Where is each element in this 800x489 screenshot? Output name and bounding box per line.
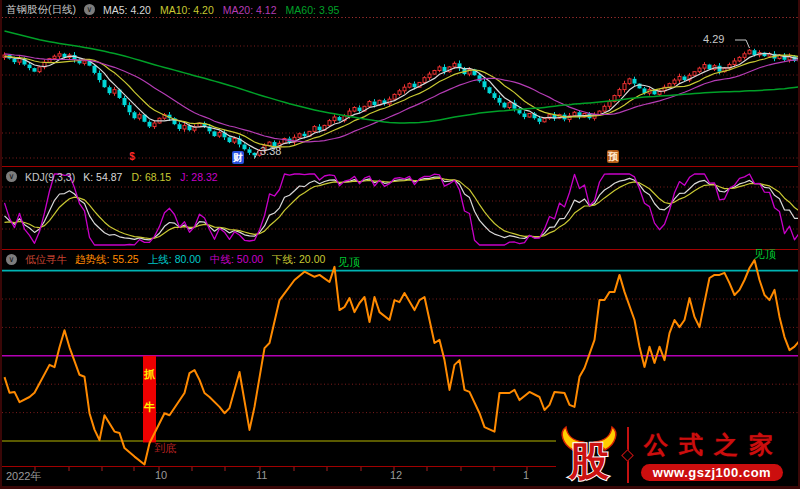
emblem-character: 股 — [568, 439, 609, 484]
kdj-panel[interactable] — [5, 174, 800, 245]
sell-top-label-2: 见顶 — [754, 247, 776, 262]
ma-items-1: MA10:4.20 — [160, 4, 214, 16]
sell-top-label-1: 见顶 — [338, 255, 360, 270]
j-line — [5, 174, 800, 245]
axis-label-1: 10 — [155, 469, 167, 481]
ind-items-0: 趋势线:55.25 — [75, 253, 139, 267]
diamond-icon — [621, 449, 634, 462]
catch-bull-signal-label: 抓牛 — [143, 358, 157, 424]
bull-stock-emblem: 股 — [556, 423, 622, 487]
event-badge-icon[interactable]: 财 — [232, 151, 244, 164]
site-watermark: 股 公式之家 www.gszj100.com — [556, 422, 800, 487]
kdj-items-1: D:68.15 — [131, 171, 171, 183]
ma-values-group: MA5:4.20MA10:4.20MA20:4.12MA60:3.95 — [103, 4, 339, 16]
stock-title: 首钢股份(日线) — [6, 3, 76, 17]
kdj-title: KDJ(9,3,3) — [25, 171, 75, 183]
axis-label-0: 2022年 — [6, 469, 41, 484]
ma-items-2: MA20:4.12 — [223, 4, 277, 16]
collapse-chevron-icon[interactable]: ∨ — [6, 171, 17, 182]
kdj-values-group: K:54.87D:68.15J:28.32 — [83, 171, 217, 183]
stock-app-window: 首钢股份(日线) ∨ MA5:4.20MA10:4.20MA20:4.12MA6… — [0, 0, 800, 489]
kdj-panel-header: ∨ KDJ(9,3,3) K:54.87D:68.15J:28.32 — [6, 169, 218, 184]
kdj-items-2: J:28.32 — [180, 171, 217, 183]
high-price-label: 4.29 — [703, 33, 724, 45]
low-price-label: 3.38 — [260, 145, 281, 157]
price-panel-header: 首钢股份(日线) ∨ MA5:4.20MA10:4.20MA20:4.12MA6… — [6, 2, 339, 17]
event-badge-icon[interactable]: $ — [126, 150, 138, 163]
high-label-connector — [735, 40, 750, 48]
indicator-panel-header: ∨ 低位寻牛 趋势线:55.25上线:80.00中线:50.00下线:20.00 — [6, 252, 325, 267]
chart-canvas[interactable] — [2, 0, 800, 489]
event-badge-icon[interactable]: 预 — [607, 150, 619, 163]
collapse-chevron-icon[interactable]: ∨ — [6, 254, 17, 265]
collapse-chevron-icon[interactable]: ∨ — [84, 4, 95, 15]
ma-items-3: MA60:3.95 — [286, 4, 340, 16]
kdj-items-0: K:54.87 — [83, 171, 122, 183]
axis-label-4: 1 — [523, 469, 529, 481]
reach-bottom-label: 到底 — [154, 441, 176, 456]
site-url-badge: www.gszj100.com — [641, 464, 783, 481]
site-name: 公式之家 — [640, 429, 784, 461]
axis-label-3: 12 — [390, 469, 402, 481]
ma-items-0: MA5:4.20 — [103, 4, 151, 16]
logo-divider — [627, 427, 629, 483]
panel-separators — [2, 18, 800, 467]
indicator-title: 低位寻牛 — [25, 253, 67, 267]
price-panel[interactable] — [3, 31, 800, 159]
k-line — [5, 177, 800, 240]
date-axis — [35, 467, 561, 471]
indicator-values-group: 趋势线:55.25上线:80.00中线:50.00下线:20.00 — [75, 253, 325, 267]
ind-items-2: 中线:50.00 — [210, 253, 263, 267]
axis-label-2: 11 — [256, 469, 267, 481]
ind-items-1: 上线:80.00 — [148, 253, 201, 267]
ind-items-3: 下线:20.00 — [272, 253, 325, 267]
ma20-line — [5, 54, 800, 142]
